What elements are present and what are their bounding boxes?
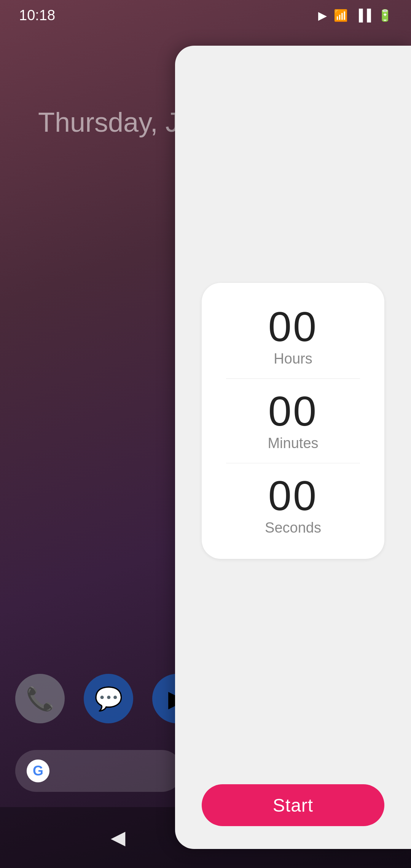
seconds-value: 00 (268, 475, 318, 517)
hours-value: 00 (268, 306, 318, 348)
back-button[interactable]: ◀ (111, 827, 125, 849)
google-g-logo: G (27, 760, 49, 782)
status-icons: ▶ 📶 ▐▐ 🔋 (318, 9, 392, 22)
minutes-value: 00 (268, 390, 318, 432)
messages-icon: 💬 (94, 685, 123, 712)
status-time: 10:18 (19, 7, 55, 24)
timer-scroll-area[interactable]: 00 Hours 00 Minutes 00 Seconds (190, 65, 396, 777)
minutes-label: Minutes (268, 435, 318, 452)
status-bar: 10:18 ▶ 📶 ▐▐ 🔋 (0, 0, 411, 30)
seconds-unit[interactable]: 00 Seconds (209, 463, 377, 547)
seconds-label: Seconds (265, 520, 321, 536)
timer-modal: 00 Hours 00 Minutes 00 Seconds Start (175, 46, 411, 849)
hours-unit[interactable]: 00 Hours (209, 294, 377, 378)
cell-bars-icon: ▐▐ (355, 9, 371, 22)
wifi-icon: 📶 (334, 9, 348, 22)
home-icons-row: 📞 💬 ▶ (15, 674, 202, 723)
phone-app-icon[interactable]: 📞 (15, 674, 65, 723)
signal-icon: ▶ (318, 9, 327, 22)
phone-icon: 📞 (26, 685, 54, 712)
timer-picker: 00 Hours 00 Minutes 00 Seconds (202, 283, 384, 559)
hours-label: Hours (274, 351, 312, 367)
google-search-bar[interactable]: G (15, 750, 183, 792)
battery-icon: 🔋 (378, 9, 392, 22)
start-button[interactable]: Start (202, 784, 384, 826)
minutes-unit[interactable]: 00 Minutes (209, 379, 377, 463)
google-letter: G (33, 763, 43, 779)
messages-app-icon[interactable]: 💬 (84, 674, 133, 723)
